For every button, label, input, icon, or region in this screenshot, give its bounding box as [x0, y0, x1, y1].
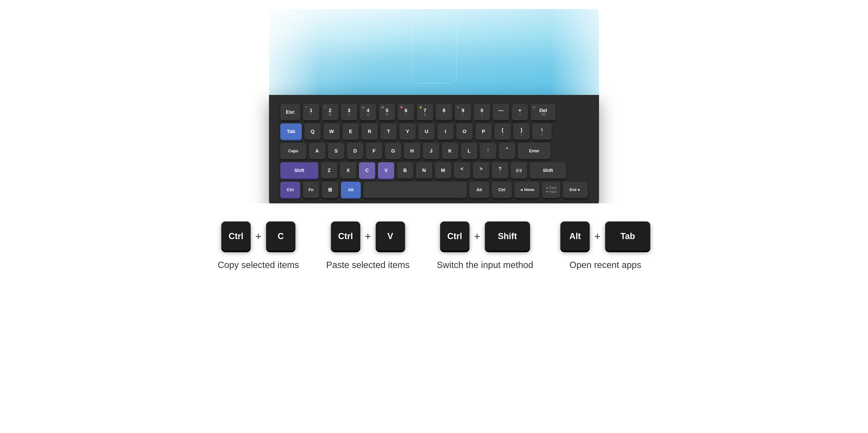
shortcut-switch-input: Ctrl + Shift Switch the input method	[437, 221, 533, 270]
key-m[interactable]: M	[435, 162, 451, 179]
key-del[interactable]: ⊞ Del ⌫	[531, 104, 556, 120]
key-win[interactable]: ⊞	[322, 182, 338, 198]
key-sub-label: %	[385, 113, 388, 116]
key-main-label: 7	[424, 108, 426, 113]
key-tab[interactable]: Tab	[280, 123, 302, 140]
key-icon: ✶	[305, 106, 307, 109]
key-main-label: Esc	[286, 110, 294, 115]
key-3[interactable]: 3 #	[341, 104, 357, 120]
key-4[interactable]: 🔈 4 $	[360, 104, 376, 120]
key-7[interactable]: 🔒 7 &	[417, 104, 433, 120]
shortcut-recent-keys: Alt + Tab	[560, 221, 650, 251]
shortcut-key-ctrl3: Ctrl	[440, 221, 469, 251]
key-main-label: Del	[539, 108, 547, 113]
key-pgupdown[interactable]: ▲ PgUp▼ PgDn	[542, 182, 560, 198]
key-f[interactable]: F	[366, 143, 382, 159]
key-alt-left[interactable]: Alt	[341, 182, 361, 198]
key-fn[interactable]: Fn	[303, 182, 319, 198]
key-lbracket[interactable]: { [	[494, 123, 510, 140]
key-enter[interactable]: Enter	[518, 143, 551, 159]
key-main-label: T	[387, 129, 390, 134]
key-h[interactable]: H	[404, 143, 420, 159]
key-e[interactable]: E	[342, 123, 359, 140]
key-q[interactable]: Q	[305, 123, 321, 140]
key-quote[interactable]: " '	[499, 143, 515, 159]
key-j[interactable]: J	[423, 143, 439, 159]
key-n[interactable]: N	[416, 162, 432, 179]
key-slash[interactable]: ? /	[492, 162, 508, 179]
shortcut-paste-keys: Ctrl + V	[331, 221, 405, 251]
key-comma[interactable]: < ,	[454, 162, 470, 179]
key-t[interactable]: T	[380, 123, 397, 140]
key-main-label: D	[353, 149, 357, 153]
key-icon: 🔈	[362, 106, 365, 109]
key-fn-wave[interactable]: ((·))	[511, 162, 527, 179]
key-icon: 🔊	[381, 106, 384, 109]
key-d[interactable]: D	[347, 143, 363, 159]
key-label: V	[388, 231, 393, 241]
key-r[interactable]: R	[362, 123, 378, 140]
key-w[interactable]: W	[323, 123, 340, 140]
key-main-label: \	[541, 127, 542, 132]
key-x[interactable]: X	[340, 162, 356, 179]
key-y[interactable]: Y	[399, 123, 416, 140]
key-label: Ctrl	[447, 231, 462, 241]
key-sub-label: ;	[488, 152, 489, 155]
key-esc[interactable]: ~ Esc	[280, 104, 300, 120]
key-main-label: I	[445, 129, 446, 134]
key-minus[interactable]: — _	[493, 104, 509, 120]
key-main-label: W	[329, 129, 334, 134]
shortcut-switch-label: Switch the input method	[437, 260, 533, 270]
key-main-label: X	[346, 168, 350, 173]
key-g[interactable]: G	[385, 143, 401, 159]
key-row-5: Ctrl Fn ⊞ Alt Alt	[280, 182, 588, 198]
key-main-label: Fn	[309, 188, 313, 192]
key-semicolon[interactable]: : ;	[480, 143, 496, 159]
key-k[interactable]: K	[442, 143, 458, 159]
shortcuts-container: Ctrl + C Copy selected items Ctrl + V Pa…	[218, 221, 650, 270]
tablet-section: ~ Esc ✶ 1 ! ☀ 2 @ 3 #	[0, 0, 868, 204]
key-home[interactable]: ◄ Home	[515, 182, 539, 198]
key-period[interactable]: > .	[473, 162, 489, 179]
key-6[interactable]: 🔇 6 ^	[398, 104, 414, 120]
key-main-label: Enter	[529, 149, 539, 153]
key-ctrl-left[interactable]: Ctrl	[280, 182, 300, 198]
key-ctrl-right[interactable]: Ctrl	[492, 182, 512, 198]
shortcut-recent-label: Open recent apps	[569, 260, 641, 270]
key-o[interactable]: O	[456, 123, 473, 140]
key-shift-left[interactable]: Shift	[280, 162, 318, 179]
key-u[interactable]: U	[418, 123, 435, 140]
key-main-label: 6	[405, 108, 407, 113]
key-v[interactable]: V	[378, 162, 394, 179]
key-2[interactable]: ☀ 2 @	[322, 104, 338, 120]
key-8[interactable]: 8 *	[436, 104, 452, 120]
key-backslash[interactable]: \ |	[532, 123, 552, 140]
key-caps[interactable]: Caps	[280, 143, 306, 159]
key-9[interactable]: ⊞ 9 (	[455, 104, 471, 120]
key-a[interactable]: A	[309, 143, 325, 159]
key-space[interactable]	[364, 182, 467, 198]
key-end[interactable]: End ►	[563, 182, 588, 198]
keyboard-body: ~ Esc ✶ 1 ! ☀ 2 @ 3 #	[269, 95, 599, 204]
key-main-label: C	[365, 168, 369, 173]
key-i[interactable]: I	[437, 123, 454, 140]
key-main-label: Ctrl	[498, 188, 505, 192]
key-s[interactable]: S	[328, 143, 344, 159]
key-p[interactable]: P	[475, 123, 492, 140]
key-main-label: Q	[311, 129, 314, 134]
key-l[interactable]: L	[461, 143, 477, 159]
key-z[interactable]: Z	[321, 162, 337, 179]
key-shift-right[interactable]: Shift	[530, 162, 566, 179]
key-1[interactable]: ✶ 1 !	[303, 104, 319, 120]
key-label: Shift	[498, 231, 517, 241]
key-rbracket[interactable]: } ]	[513, 123, 530, 140]
key-c[interactable]: C	[359, 162, 375, 179]
key-sub-label: |	[541, 132, 542, 135]
key-alt-right[interactable]: Alt	[469, 182, 489, 198]
key-5[interactable]: 🔊 5 %	[379, 104, 395, 120]
key-sub-label: ,	[462, 171, 463, 174]
key-equal[interactable]: + =	[512, 104, 528, 120]
shortcut-key-alt: Alt	[560, 221, 590, 251]
key-b[interactable]: B	[397, 162, 413, 179]
key-0[interactable]: 0 )	[474, 104, 490, 120]
